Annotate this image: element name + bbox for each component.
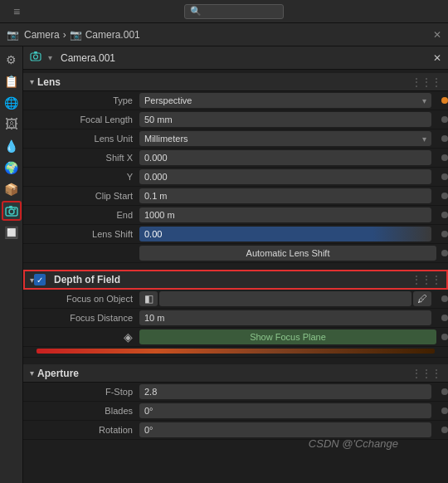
lens-shift-row: Lens Shift 0.00 — [23, 225, 448, 244]
rotation-dot[interactable] — [441, 427, 448, 433]
camera-obj-icon — [30, 50, 43, 66]
clip-start-dot[interactable] — [441, 193, 448, 199]
lens-unit-row: Lens Unit Millimeters ▾ — [23, 129, 448, 149]
svg-point-3 — [14, 208, 16, 210]
camera-obj-label[interactable]: Camera.001 — [61, 52, 115, 64]
left-sidebar: ⚙ 📋 🌐 🖼 💧 🌍 📦 🔲 — [0, 46, 23, 483]
show-focus-button[interactable]: Show Focus Plane — [139, 329, 436, 344]
focus-distance-label: Focus Distance — [23, 313, 139, 323]
clip-end-dot[interactable] — [441, 212, 448, 218]
sidebar-icon-object[interactable]: 🌍 — [2, 158, 22, 178]
lens-type-value[interactable]: Perspective ▾ — [139, 93, 431, 108]
svg-rect-2 — [9, 206, 12, 208]
camera-icon-2: 📷 — [70, 29, 82, 41]
focus-object-dot[interactable] — [441, 295, 448, 302]
sidebar-icon-render[interactable]: 🖼 — [2, 115, 22, 134]
shift-x-row: Shift X 0.000 — [23, 149, 448, 168]
focus-gradient-bar — [37, 349, 435, 354]
focal-length-label: Focal Length — [23, 115, 139, 124]
focus-object-icon-btn[interactable]: ◧ — [139, 291, 158, 306]
aperture-section-title: Aperture — [37, 368, 79, 379]
lens-type-label: Type — [23, 95, 139, 105]
shift-x-dot[interactable] — [441, 154, 448, 161]
camera-icon-1: 📷 — [7, 29, 19, 41]
breadcrumb-sep: › — [63, 29, 66, 41]
type-dropdown-arrow: ▾ — [422, 96, 426, 105]
camera-obj-close[interactable]: ✕ — [433, 52, 441, 64]
header-close-icon[interactable]: ✕ — [433, 29, 441, 41]
focus-gradient-bar-container — [23, 347, 448, 358]
focal-length-dot[interactable] — [441, 116, 448, 123]
breadcrumb-camera[interactable]: Camera — [24, 29, 60, 41]
dof-checkbox[interactable]: ✓ — [34, 274, 46, 285]
sidebar-icon-world[interactable]: 🌐 — [2, 93, 22, 113]
clip-start-label: Clip Start — [23, 191, 139, 201]
fstop-value[interactable]: 2.8 — [139, 384, 431, 399]
focus-object-eyedropper[interactable]: 🖊 — [413, 291, 431, 306]
toolbar-icon-1[interactable]: ≡ — [7, 2, 27, 22]
lens-unit-dropdown-arrow: ▾ — [422, 134, 426, 144]
clip-start-value[interactable]: 0.1 m — [139, 188, 431, 203]
auto-lens-shift-dot[interactable] — [441, 250, 448, 256]
lens-type-dot[interactable] — [441, 97, 448, 104]
focus-object-field[interactable] — [159, 291, 411, 306]
svg-rect-6 — [34, 51, 37, 54]
shift-y-row: Y 0.000 — [23, 168, 448, 187]
aperture-section-header[interactable]: ▾ Aperture ⋮⋮⋮ — [23, 364, 448, 383]
fstop-dot[interactable] — [441, 388, 448, 395]
lens-shift-dot[interactable] — [441, 231, 448, 237]
clip-end-value[interactable]: 1000 m — [139, 207, 431, 222]
dof-section-header[interactable]: ▾ ✓ Depth of Field ⋮⋮⋮ — [23, 270, 448, 290]
auto-lens-shift-button[interactable]: Automatic Lens Shift — [139, 246, 436, 261]
camera-object-header: ▾ Camera.001 ✕ — [23, 46, 448, 70]
fstop-row: F-Stop 2.8 — [23, 383, 448, 402]
sidebar-icon-modifier[interactable]: 📦 — [2, 179, 22, 199]
focus-object-row: Focus on Object ◧ 🖊 — [23, 290, 448, 309]
search-box[interactable]: 🔍 — [184, 4, 284, 19]
sidebar-icon-material[interactable]: 💧 — [2, 136, 22, 156]
breadcrumb: Camera › 📷 Camera.001 — [24, 29, 140, 41]
lens-section-title: Lens — [37, 76, 61, 88]
lens-shift-value[interactable]: 0.00 — [139, 227, 431, 242]
sidebar-icon-particles[interactable]: 🔲 — [2, 222, 22, 242]
clip-end-row: End 1000 m — [23, 206, 448, 225]
shift-x-label: Shift X — [23, 153, 139, 163]
sidebar-icon-scene[interactable]: 📋 — [2, 71, 22, 91]
lens-unit-label: Lens Unit — [23, 134, 139, 144]
breadcrumb-bar: 📷 Camera › 📷 Camera.001 ✕ — [0, 23, 448, 46]
svg-point-5 — [34, 55, 38, 59]
clip-end-label: End — [23, 210, 139, 220]
lens-section-header[interactable]: ▾ Lens ⋮⋮⋮ — [23, 73, 448, 91]
focus-distance-row: Focus Distance 10 m — [23, 309, 448, 328]
shift-x-value[interactable]: 0.000 — [139, 150, 431, 165]
blades-row: Blades 0° — [23, 402, 448, 421]
focus-object-label: Focus on Object — [23, 294, 139, 304]
rotation-value[interactable]: 0° — [139, 422, 431, 437]
focal-length-value[interactable]: 50 mm — [139, 112, 431, 127]
show-focus-dot[interactable] — [441, 334, 448, 340]
blades-value[interactable]: 0° — [139, 403, 431, 418]
dof-section-menu[interactable]: ⋮⋮⋮ — [411, 274, 441, 285]
shift-y-dot[interactable] — [441, 173, 448, 180]
svg-point-1 — [9, 209, 14, 214]
lens-section: ▾ Lens ⋮⋮⋮ Type Perspective ▾ Focal Le — [23, 70, 448, 266]
dof-section-title: Depth of Field — [54, 274, 120, 285]
breadcrumb-camera2[interactable]: Camera.001 — [85, 29, 140, 41]
search-area: 🔍 — [27, 4, 441, 19]
clip-start-row: Clip Start 0.1 m — [23, 187, 448, 206]
content-area: ▾ Camera.001 ✕ ▾ Lens ⋮⋮⋮ Type Perspecti… — [23, 46, 448, 483]
rotation-row: Rotation 0° — [23, 421, 448, 440]
lens-unit-dot[interactable] — [441, 135, 448, 142]
blades-dot[interactable] — [441, 407, 448, 414]
lens-unit-value[interactable]: Millimeters ▾ — [139, 131, 431, 146]
main-layout: ⚙ 📋 🌐 🖼 💧 🌍 📦 🔲 — [0, 46, 448, 483]
aperture-section-menu[interactable]: ⋮⋮⋮ — [411, 368, 441, 379]
camera-obj-expand[interactable]: ▾ — [48, 53, 52, 62]
sidebar-icon-tools[interactable]: ⚙ — [2, 50, 22, 70]
shift-y-value[interactable]: 0.000 — [139, 169, 431, 184]
sidebar-icon-camera[interactable] — [2, 201, 22, 221]
lens-section-menu[interactable]: ⋮⋮⋮ — [411, 76, 441, 88]
focus-distance-value[interactable]: 10 m — [139, 310, 431, 325]
focus-distance-dot[interactable] — [441, 315, 448, 321]
auto-lens-shift-row: Automatic Lens Shift — [23, 244, 448, 263]
